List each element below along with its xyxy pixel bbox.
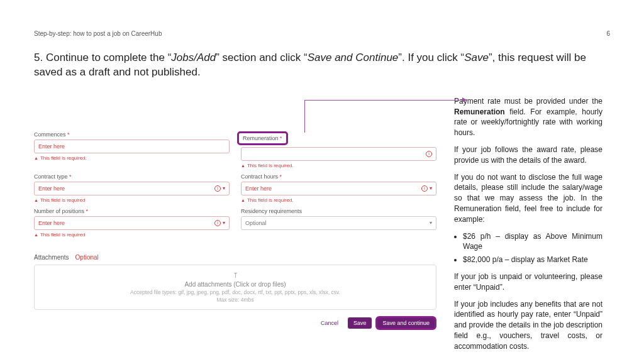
list-item: $82,000 p/a – display as Market Rate xyxy=(463,255,602,265)
warning-icon: ▲ xyxy=(241,198,245,202)
list-item: $26 p/h – display as Above Minimum Wage xyxy=(463,231,602,253)
contract-type-error: ▲This field is required xyxy=(34,197,230,203)
commences-input[interactable]: Enter here xyxy=(34,140,230,153)
chevron-down-icon: ▾ xyxy=(223,220,225,226)
contract-hours-input[interactable]: Enter here i▾ xyxy=(241,182,436,195)
num-positions-input[interactable]: Enter here i▾ xyxy=(34,216,230,230)
info-icon: i xyxy=(426,151,432,157)
optional-badge: Optional xyxy=(75,254,99,261)
info-icon: i xyxy=(214,185,221,192)
running-head: Step-by-step: how to post a job on Caree… xyxy=(34,30,610,37)
page-number: 6 xyxy=(606,30,610,37)
doc-title: Step-by-step: how to post a job on Caree… xyxy=(34,30,162,37)
contract-hours-label: Contract hours * xyxy=(241,173,436,180)
save-button[interactable]: Save xyxy=(348,317,372,329)
warning-icon: ▲ xyxy=(34,156,38,160)
chevron-down-icon: ▾ xyxy=(430,220,432,226)
form-screenshot: Commences * Enter here ▲This field is re… xyxy=(34,96,436,330)
save-and-continue-button[interactable]: Save and continue xyxy=(375,316,436,330)
callout-arrow-vertical xyxy=(304,100,305,133)
contract-type-input[interactable]: Enter here i▾ xyxy=(34,182,230,195)
remuneration-error: ▲This field is required. xyxy=(241,163,436,168)
commences-label: Commences * xyxy=(34,131,230,138)
warning-icon: ▲ xyxy=(241,163,245,168)
contract-type-label: Contract type * xyxy=(34,173,230,180)
remuneration-highlight: Remuneration * xyxy=(237,131,288,145)
num-positions-error: ▲This field is required xyxy=(34,232,230,238)
residency-label: Residency requirements xyxy=(241,208,436,214)
chevron-down-icon: ▾ xyxy=(430,185,432,191)
num-positions-label: Number of positions * xyxy=(34,208,230,214)
step-instruction: 5. Continue to complete the “Jobs/Add” s… xyxy=(34,51,610,80)
remuneration-label: Remuneration * xyxy=(243,135,282,141)
callout-arrow-head-icon xyxy=(462,97,467,102)
attachment-dropzone[interactable]: ⤒ Add attachments (Click or drop files) … xyxy=(34,265,436,310)
info-icon: i xyxy=(214,220,221,226)
upload-icon: ⤒ xyxy=(35,272,436,280)
commences-error: ▲This field is required. xyxy=(34,155,230,161)
cancel-button[interactable]: Cancel xyxy=(315,317,344,329)
residency-select[interactable]: Optional ▾ xyxy=(241,216,436,230)
warning-icon: ▲ xyxy=(34,198,38,202)
callout-arrow-line xyxy=(304,100,463,101)
warning-icon: ▲ xyxy=(34,233,38,237)
remuneration-input[interactable]: i xyxy=(241,147,436,161)
remuneration-callout-text: Payment rate must be provided under the … xyxy=(454,96,602,358)
attachments-label: Attachments xyxy=(34,254,69,261)
info-icon: i xyxy=(421,185,428,192)
chevron-down-icon: ▾ xyxy=(223,185,225,191)
contract-hours-error: ▲This field is required. xyxy=(241,197,436,203)
